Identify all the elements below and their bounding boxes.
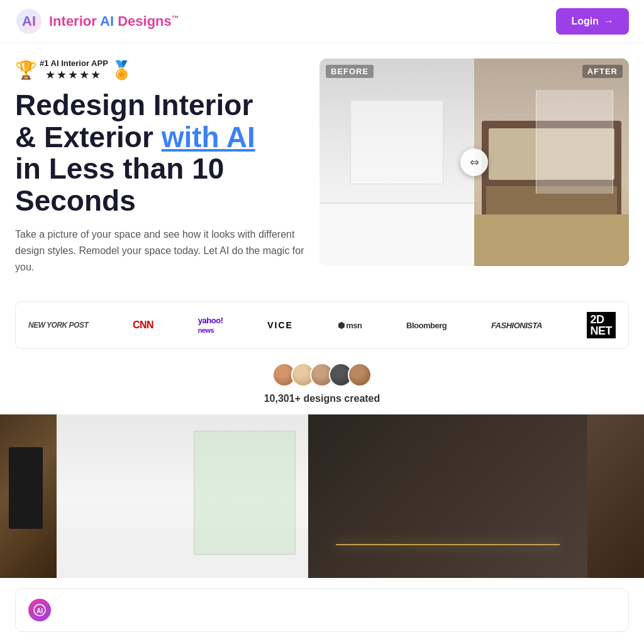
press-bar: NEW YORK POST CNN yahoo!news VICE ⬢ msn … — [15, 301, 629, 349]
before-after-image: BEFORE AFTER ⇔ — [319, 58, 629, 266]
logo-text: Interior AI Designs™ — [49, 13, 179, 30]
gallery-item — [57, 414, 308, 578]
press-logo-yahoo: yahoo!news — [198, 316, 223, 335]
gallery-item — [0, 414, 57, 578]
hero-left: 🏆 #1 AI Interior APP ★★★★★ 🏅 Redesign In… — [15, 58, 304, 285]
avatar — [348, 363, 372, 387]
award-title: #1 AI Interior APP — [40, 58, 108, 68]
social-proof: 10,301+ designs created — [0, 355, 644, 414]
gallery-image-1 — [0, 414, 57, 578]
slider-arrow-icon: ⇔ — [470, 155, 479, 169]
gallery-item — [587, 414, 644, 578]
before-after-slider[interactable]: ⇔ — [460, 148, 488, 176]
star-rating: ★★★★★ — [40, 68, 108, 82]
logo-icon: AI — [15, 8, 43, 35]
gallery-image-4 — [587, 414, 644, 578]
avatar-row — [272, 363, 372, 387]
gallery — [0, 414, 644, 578]
laurel-right-icon: 🏅 — [111, 60, 133, 80]
press-logo-nyt: NEW YORK POST — [28, 321, 88, 330]
award-content: #1 AI Interior APP ★★★★★ — [40, 58, 108, 82]
press-logo-vice: VICE — [267, 320, 293, 330]
svg-text:AI: AI — [36, 608, 43, 614]
app-logo-icon: AI — [33, 604, 46, 616]
gallery-image-2 — [57, 414, 308, 578]
before-label: BEFORE — [326, 65, 374, 78]
press-logo-zdnet: 2DNET — [587, 312, 616, 338]
gallery-item — [308, 414, 587, 578]
after-label: AFTER — [582, 65, 623, 78]
before-panel: BEFORE — [319, 58, 474, 266]
press-logo-bloomberg: Bloomberg — [406, 321, 447, 330]
header: AI Interior AI Designs™ Login → — [0, 0, 644, 43]
designs-count: 10,301+ designs created — [264, 393, 380, 404]
bottom-bar: AI — [15, 588, 629, 632]
svg-text:AI: AI — [22, 13, 36, 29]
logo-area: AI Interior AI Designs™ — [15, 8, 179, 35]
hero-section: 🏆 #1 AI Interior APP ★★★★★ 🏅 Redesign In… — [0, 43, 644, 295]
hero-heading: Redesign Interior & Exterior with AI in … — [15, 89, 304, 216]
press-logo-cnn: CNN — [133, 319, 153, 331]
login-button[interactable]: Login → — [556, 8, 629, 35]
after-panel: AFTER — [474, 58, 629, 266]
app-icon: AI — [28, 599, 51, 621]
award-badge: 🏆 #1 AI Interior APP ★★★★★ 🏅 — [15, 58, 304, 82]
hero-description: Take a picture of your space and see how… — [15, 226, 304, 275]
laurel-left-icon: 🏆 — [15, 60, 37, 80]
arrow-right-icon: → — [604, 16, 614, 27]
gallery-image-3 — [308, 414, 587, 578]
press-logo-msn: ⬢ msn — [338, 321, 362, 330]
press-logo-fashionista: FASHIONISTA — [491, 321, 542, 330]
